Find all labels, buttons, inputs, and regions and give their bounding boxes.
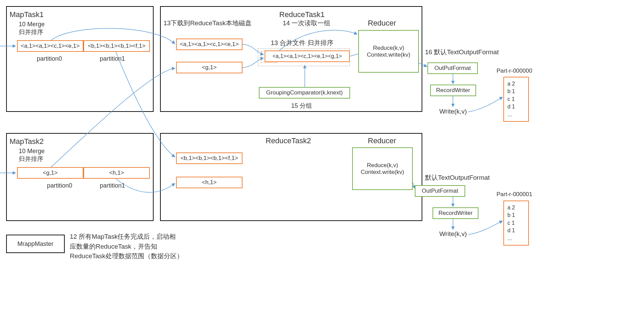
reducetask2-buffer2: <h,1> [176,177,242,188]
mrappmaster-title: MrappMaster [17,240,53,248]
maptask2-partition1-label: partition1 [100,182,125,189]
maptask1-partition0-label: partition0 [37,55,62,62]
reducer2-label: Reducer [368,136,396,145]
maptask1-partition1-data: <b,1><b,1><b,1><f,1> [83,40,150,52]
maptask2-partition0-label: partition0 [47,182,72,189]
maptask2-merge-label: 10 Merge 归并排序 [19,147,45,163]
outputformat-1: OutPutFormat [427,62,478,74]
output-file-name-2: Part-r-000001 [497,191,532,198]
maptask1-partition0-data: <a,1><a,1><c,1><e,1> [17,40,83,52]
outputformat-2: OutPutFormat [415,185,465,197]
maptask1-merge-label: 10 Merge 归并排序 [19,20,45,36]
maptask2-partition0-data: <g,1> [17,167,83,179]
output-format-label-1: 16 默认TextOutputFormat [425,48,499,57]
group-step-label: 15 分组 [291,102,312,110]
grouping-comparator: GroupingComparator(k,knext) [259,87,350,99]
maptask2-title: MapTask2 [10,137,44,146]
output-file-content-1: a 2 b 1 c 1 d 1 ... [503,77,529,122]
write-label-1: Write(k,v) [439,108,467,115]
reducer2-box: Reduce(k,v) Context.write(kv) [352,147,413,190]
recordwriter-2: RecordWriter [433,207,478,219]
maptask1-partition1-label: partition1 [100,55,125,62]
output-file-name-1: Part-r-000000 [497,68,532,74]
maptask1-title: MapTask1 [10,10,44,19]
reducetask1-title: ReduceTask1 [279,10,325,19]
output-format-label-2: 默认TextOutputFormat [425,173,490,182]
mrappmaster-box: MrappMaster [6,235,65,253]
reducetask1-merge-label: 13 合并文件 归并排序 [271,39,333,47]
reducetask1-download-label: 13下载到ReduceTask本地磁盘 [163,19,252,28]
reducetask2-buffer1: <b,1><b,1><b,1><f,1> [176,152,242,164]
reducer1-label: Reducer [368,19,396,28]
reducetask1-merged: <a,1><a,1><c,1><e,1><g,1> [265,50,350,62]
output-file-content-2: a 2 b 1 c 1 d 1 ... [503,201,529,246]
reducetask1-buffer1: <a,1><a,1><c,1><e,1> [176,39,242,50]
reducer1-box: Reduce(k,v) Context.write(kv) [358,30,419,73]
reducetask1-buffer2: <g,1> [176,62,242,73]
reducetask2-title: ReduceTask2 [266,136,311,145]
maptask2-partition1-data: <h,1> [83,167,150,179]
write-label-2: Write(k,v) [439,230,467,238]
mrappmaster-description: 12 所有MapTask任务完成后，启动相 应数量的ReduceTask，并告知… [70,232,183,261]
reducetask1-readgroup-label: 14 一次读取一组 [283,19,330,28]
recordwriter-1: RecordWriter [430,85,476,96]
